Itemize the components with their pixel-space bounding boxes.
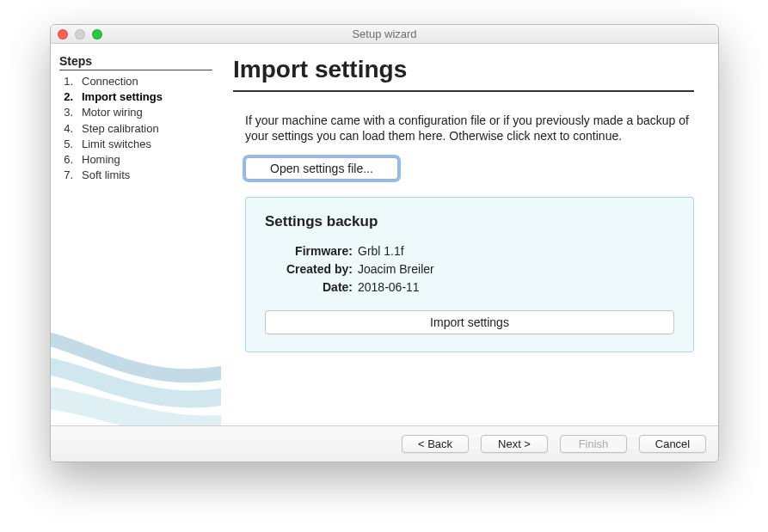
step-number: 2. [61,89,73,105]
decorative-wave [51,305,221,425]
backup-details: Firmware: Grbl 1.1f Created by: Joacim B… [279,242,674,297]
steps-heading: Steps [59,54,212,70]
date-value: 2018-06-11 [358,278,420,297]
page-title: Import settings [233,56,694,92]
steps-list: 1.Connection2.Import settings3.Motor wir… [59,74,212,183]
step-label: Motor wiring [82,105,143,120]
step-number: 1. [61,74,73,89]
finish-button: Finish [560,435,627,453]
next-button[interactable]: Next > [481,435,548,453]
step-item: 7.Soft limits [61,168,212,183]
backup-row-date: Date: 2018-06-11 [279,278,674,297]
content-area: Steps 1.Connection2.Import settings3.Mot… [51,44,718,425]
step-label: Connection [82,74,138,89]
step-item: 1.Connection [61,74,212,89]
cancel-button[interactable]: Cancel [639,435,706,453]
firmware-label: Firmware: [279,242,358,260]
titlebar: Setup wizard [51,25,718,44]
minimize-icon [75,29,85,40]
step-item: 4.Step calibration [61,121,212,137]
zoom-icon[interactable] [92,29,102,40]
import-settings-button[interactable]: Import settings [265,310,674,334]
step-item: 3.Motor wiring [61,105,212,120]
step-number: 5. [61,137,73,152]
window-title: Setup wizard [51,28,718,40]
backup-row-firmware: Firmware: Grbl 1.1f [279,242,674,260]
backup-heading: Settings backup [265,213,674,230]
date-label: Date: [279,278,358,297]
step-label: Limit switches [82,137,151,152]
intro-text: If your machine came with a configuratio… [233,113,694,144]
created-by-value: Joacim Breiler [358,260,434,278]
wizard-nav-bar: < Back Next > Finish Cancel [51,425,718,462]
step-label: Soft limits [82,168,130,183]
backup-row-created-by: Created by: Joacim Breiler [279,260,674,278]
firmware-value: Grbl 1.1f [358,242,404,260]
step-number: 6. [61,152,73,168]
step-number: 3. [61,105,73,120]
step-label: Step calibration [82,121,159,137]
steps-sidebar: Steps 1.Connection2.Import settings3.Mot… [51,44,221,425]
wizard-window: Setup wizard Steps 1.Connection2.Import … [50,24,719,462]
back-button[interactable]: < Back [402,435,469,453]
settings-backup-panel: Settings backup Firmware: Grbl 1.1f Crea… [245,197,694,352]
window-controls [58,29,102,40]
step-label: Homing [82,152,120,168]
step-item: 5.Limit switches [61,137,212,152]
step-number: 4. [61,121,73,137]
created-by-label: Created by: [279,260,358,278]
open-settings-file-button[interactable]: Open settings file... [245,157,398,180]
step-item: 6.Homing [61,152,212,168]
step-label: Import settings [82,89,163,105]
step-item: 2.Import settings [61,89,212,105]
close-icon[interactable] [58,29,68,40]
step-number: 7. [61,168,73,183]
main-panel: Import settings If your machine came wit… [221,44,718,425]
